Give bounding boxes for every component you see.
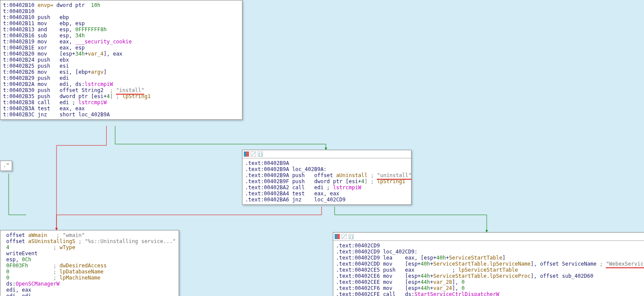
color-icon[interactable] [334,234,340,240]
edit-icon[interactable] [250,151,256,157]
code-icon[interactable]: {} [257,151,263,157]
basic-block-00402CD9[interactable]: {} .text:00402CD9.text:00402CD9 loc_402C… [333,232,644,296]
svg-text:{}: {} [349,235,354,239]
disasm-listing: t:00402B10 envp= dword ptr 10ht:00402B10… [0,0,242,119]
svg-rect-1 [246,151,249,157]
fragment-text: ." [3,163,9,169]
color-icon[interactable] [243,151,249,157]
fragment-block: ." [0,161,12,171]
edit-icon[interactable] [341,234,347,240]
node-titlebar: {} [242,150,411,158]
code-icon[interactable]: {} [348,234,354,240]
basic-block-00402B9A[interactable]: {} .text:00402B9A.text:00402B9A loc_402B… [242,150,412,205]
disasm-listing: offset aWmain ; "wmain" offset aSUninsta… [0,230,179,296]
svg-rect-6 [337,234,340,239]
svg-text:{}: {} [258,153,263,157]
disasm-listing: .text:00402B9A.text:00402B9A loc_402B9A:… [242,158,411,204]
basic-block-00402B10[interactable]: t:00402B10 envp= dword ptr 10ht:00402B10… [0,0,242,120]
node-titlebar: {} [333,233,644,241]
disasm-listing: .text:00402CD9.text:00402CD9 loc_402CD9:… [333,241,644,296]
basic-block-uninstall-branch[interactable]: offset aWmain ; "wmain" offset aSUninsta… [0,230,179,296]
